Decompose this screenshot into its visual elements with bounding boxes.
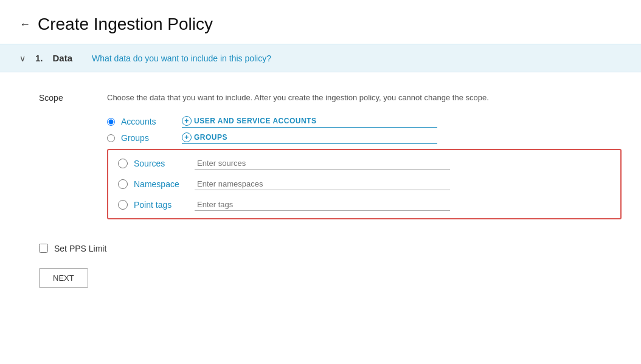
page-title: Create Ingestion Policy [38,15,213,34]
step-label: Data [53,53,73,63]
scope-row: Scope Choose the data that you want to i… [39,92,622,229]
accounts-tag-button[interactable]: + USER AND SERVICE ACCOUNTS [182,116,437,128]
accounts-label: Accounts [121,117,176,126]
point-tags-label: Point tags [134,200,189,210]
step-number: 1. [35,53,43,63]
scope-content: Choose the data that you want to include… [107,92,622,229]
sources-label: Sources [134,159,189,168]
pps-row: Set PPS Limit [39,244,622,253]
sources-option: Sources [118,157,611,170]
chevron-down-icon: ∨ [19,53,26,63]
sources-radio[interactable] [118,159,128,168]
namespace-label: Namespace [134,179,189,189]
scope-label: Scope [39,92,88,103]
accounts-tag-label: USER AND SERVICE ACCOUNTS [194,117,316,125]
groups-row: Groups + GROUPS [107,132,622,144]
scope-description: Choose the data that you want to include… [107,92,622,104]
step-bar: ∨ 1. Data What data do you want to inclu… [0,44,641,72]
namespace-radio[interactable] [118,179,128,189]
pps-checkbox[interactable] [39,244,48,253]
accounts-row: Accounts + USER AND SERVICE ACCOUNTS [107,116,622,128]
point-tags-option: Point tags [118,199,611,211]
groups-radio[interactable] [107,134,115,142]
red-border-box: Sources Namespace Point tags [107,149,622,219]
next-button[interactable]: NEXT [39,268,88,288]
plus-circle-groups-icon: + [182,132,192,142]
accounts-radio[interactable] [107,118,115,126]
page-header: ← Create Ingestion Policy [0,0,641,44]
namespace-option: Namespace [118,178,611,190]
page-wrapper: ← Create Ingestion Policy ∨ 1. Data What… [0,0,641,364]
groups-tag-button[interactable]: + GROUPS [182,132,437,144]
point-tags-input[interactable] [195,199,450,211]
plus-circle-icon: + [182,116,192,126]
point-tags-radio[interactable] [118,200,128,210]
pps-label: Set PPS Limit [54,244,106,253]
groups-tag-label: GROUPS [194,133,227,142]
step-question: What data do you want to include in this… [92,53,271,63]
namespace-input[interactable] [195,178,450,190]
content-area: Scope Choose the data that you want to i… [0,72,641,307]
groups-label: Groups [121,133,176,143]
sources-input[interactable] [195,157,450,170]
back-arrow-icon[interactable]: ← [19,18,30,31]
